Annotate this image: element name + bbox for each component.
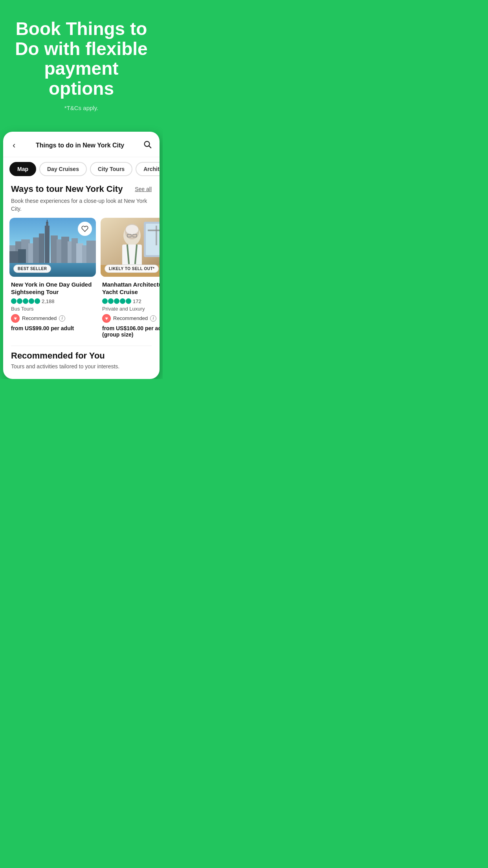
search-button[interactable] xyxy=(143,140,152,151)
card-image-2: LIKELY TO SELL OUT* xyxy=(101,218,160,277)
filter-tabs: Map Day Cruises City Tours Architectural… xyxy=(3,157,160,181)
tour-type-2: Private and Luxury xyxy=(102,306,160,312)
hero-title: Book Things to Do with flexible payment … xyxy=(9,19,153,98)
recommended-row-1: ♥ Recommended i xyxy=(11,314,94,323)
review-count-1: 2,188 xyxy=(42,298,55,304)
recommended-title: Recommended for You xyxy=(11,351,152,361)
recommended-description: Tours and activities tailored to your in… xyxy=(11,363,152,370)
see-all-link[interactable]: See all xyxy=(135,186,152,192)
stars-1 xyxy=(11,298,40,304)
info-icon-1[interactable]: i xyxy=(59,315,65,322)
recommended-label-2: Recommended xyxy=(113,315,148,321)
review-count-2: 172 xyxy=(133,298,141,304)
section-header: Ways to tour New York City See all xyxy=(3,181,160,196)
svg-rect-27 xyxy=(148,230,160,231)
bottom-section: Recommended for You Tours and activities… xyxy=(3,351,160,379)
rating-row-1: 2,188 xyxy=(11,298,94,304)
svg-rect-10 xyxy=(45,226,50,263)
svg-rect-33 xyxy=(122,245,142,266)
hero-subtitle: *T&Cs apply. xyxy=(9,105,153,111)
section-divider xyxy=(11,346,152,346)
hero-section: Book Things to Do with flexible payment … xyxy=(0,0,163,132)
page-title: Things to do in New York City xyxy=(36,142,124,149)
tour-card-2[interactable]: LIKELY TO SELL OUT* Manhattan Architectu… xyxy=(101,218,160,339)
svg-line-1 xyxy=(149,146,151,148)
svg-rect-26 xyxy=(146,224,160,255)
tab-day-cruises[interactable]: Day Cruises xyxy=(39,162,87,176)
info-icon-2[interactable]: i xyxy=(150,315,156,322)
recommended-heart-2: ♥ xyxy=(102,314,111,323)
price-1: from US$99.00 per adult xyxy=(11,325,94,331)
best-seller-badge: BEST SELLER xyxy=(13,265,51,273)
tour-type-1: Bus Tours xyxy=(11,306,94,312)
tab-city-tours[interactable]: City Tours xyxy=(90,162,132,176)
svg-rect-20 xyxy=(86,241,96,263)
section-title: Ways to tour New York City xyxy=(11,184,123,194)
recommended-heart-1: ♥ xyxy=(11,314,20,323)
recommended-label-1: Recommended xyxy=(22,315,57,321)
sell-out-badge: LIKELY TO SELL OUT* xyxy=(105,265,159,273)
svg-rect-21 xyxy=(9,251,19,263)
card-body-2: Manhattan Architectural Yacht Cruise 172… xyxy=(101,277,160,339)
svg-rect-22 xyxy=(18,249,26,263)
tab-map[interactable]: Map xyxy=(9,162,36,176)
card-image-1: BEST SELLER xyxy=(9,218,96,277)
price-2: from US$106.00 per adult (group size) xyxy=(102,325,160,338)
tour-title-2: Manhattan Architectural Yacht Cruise xyxy=(102,281,160,296)
svg-rect-9 xyxy=(39,234,44,263)
svg-rect-28 xyxy=(156,226,157,245)
tab-architectural[interactable]: Architectural D xyxy=(136,162,160,176)
tour-cards-row: BEST SELLER New York in One Day Guided S… xyxy=(3,218,160,339)
svg-point-32 xyxy=(126,225,138,234)
phone-header: ‹ Things to do in New York City xyxy=(3,132,160,157)
back-button[interactable]: ‹ xyxy=(11,139,17,152)
section-description: Book these experiences for a close-up lo… xyxy=(3,196,160,217)
tour-title-1: New York in One Day Guided Sightseeing T… xyxy=(11,281,94,296)
phone-card: ‹ Things to do in New York City Map Day … xyxy=(3,132,160,379)
wishlist-button-1[interactable] xyxy=(78,222,92,236)
recommended-row-2: ♥ Recommended i xyxy=(102,314,160,323)
card-body-1: New York in One Day Guided Sightseeing T… xyxy=(9,277,96,333)
svg-rect-12 xyxy=(47,220,48,223)
tour-card-1[interactable]: BEST SELLER New York in One Day Guided S… xyxy=(9,218,96,339)
rating-row-2: 172 xyxy=(102,298,160,304)
stars-2 xyxy=(102,298,131,304)
